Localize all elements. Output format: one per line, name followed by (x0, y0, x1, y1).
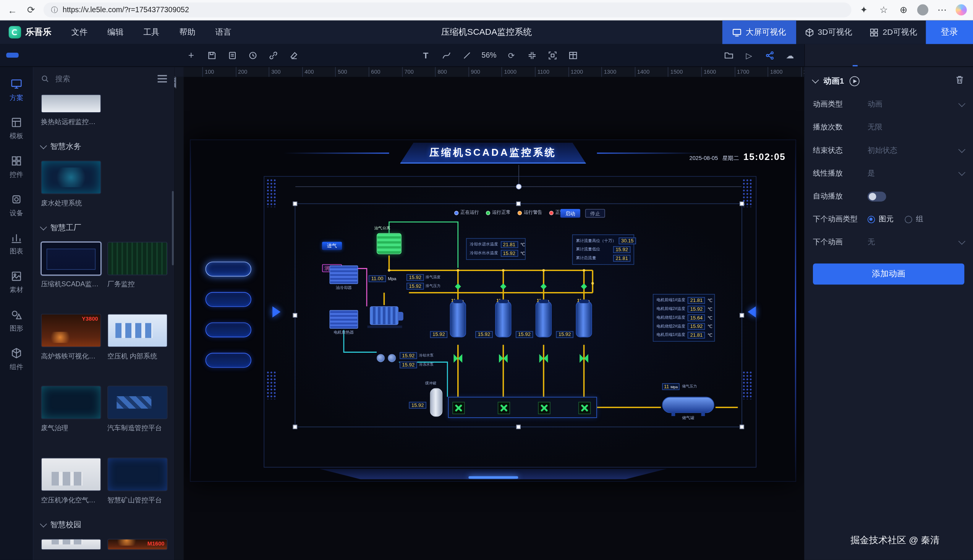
favorite-star-icon[interactable]: ☆ (878, 4, 890, 15)
menu-item[interactable]: 文件 (72, 27, 87, 38)
select-chevron-icon[interactable] (958, 237, 965, 244)
motor[interactable] (370, 306, 398, 325)
url-bar[interactable]: ⓘ https://v.le5le.com/?r=1754377309052 (43, 2, 851, 17)
selection-handle[interactable] (516, 202, 520, 206)
library-item[interactable]: 废气治理 (41, 385, 101, 433)
share-icon[interactable] (764, 50, 775, 61)
buffer-tank[interactable] (430, 388, 442, 417)
rail-item-assets[interactable]: 素材 (0, 263, 33, 302)
text-icon[interactable]: T (420, 50, 431, 61)
library-item[interactable]: 压缩机SCADA监… (41, 242, 101, 289)
back-icon[interactable]: ← (6, 5, 18, 15)
motor-radiator[interactable] (330, 310, 358, 329)
site-info-icon[interactable]: ⓘ (51, 5, 58, 15)
property-tab[interactable] (853, 44, 858, 66)
property-tab[interactable] (819, 44, 824, 66)
tank-group[interactable]: 11Mpa 15.92 (576, 301, 593, 337)
play-animation-icon[interactable] (849, 76, 859, 86)
library-item[interactable]: 汽车制造管控平台 (107, 385, 168, 433)
start-button[interactable]: 启动 (560, 209, 580, 218)
zoom-level[interactable]: 56% (482, 51, 497, 60)
library-item[interactable] (41, 539, 101, 550)
compress-icon[interactable] (527, 50, 538, 61)
clipboard-icon[interactable] (227, 50, 237, 61)
search-sparkle-icon[interactable]: ✦ (858, 4, 870, 15)
rail-item-widgets[interactable]: 控件 (0, 148, 33, 186)
selection-handle[interactable] (740, 425, 744, 429)
dashboard-menu-button[interactable] (206, 262, 251, 277)
radio-option[interactable]: 图元 (868, 214, 894, 225)
property-tab[interactable] (886, 44, 891, 66)
menu-item[interactable]: 帮助 (179, 27, 195, 38)
property-tab[interactable] (920, 44, 925, 66)
eraser-icon[interactable] (288, 50, 299, 61)
collapse-chevron-icon[interactable] (812, 77, 819, 83)
add-icon[interactable]: + (186, 50, 197, 61)
connect-icon[interactable] (267, 50, 279, 61)
library-item[interactable]: 智慧矿山管控平台 (107, 458, 168, 505)
copilot-icon[interactable] (956, 4, 967, 15)
oil-gas-separator[interactable] (377, 233, 401, 254)
property-tab[interactable] (953, 44, 958, 66)
menu-item[interactable]: 编辑 (107, 27, 124, 38)
dashboard-menu-button[interactable] (206, 292, 251, 307)
preview-icon[interactable]: ▷ (743, 50, 754, 61)
library-item[interactable]: 换热站远程监控… (41, 94, 101, 127)
library-item[interactable]: 空压机 内部系统 (107, 314, 168, 361)
selection-handle[interactable] (740, 313, 744, 317)
library-item[interactable]: 空压机净化空气… (41, 458, 101, 505)
rail-item-devices[interactable]: 设备 (0, 186, 33, 225)
tank-group[interactable]: 11Mpa 15.92 (536, 301, 553, 337)
selection-handle[interactable] (740, 202, 744, 206)
pump-icons[interactable] (377, 352, 396, 362)
brand[interactable]: 乐吾乐 (0, 26, 63, 38)
radio-option[interactable]: 组 (904, 214, 923, 225)
section-campus[interactable]: 智慧校园 (41, 520, 167, 530)
resource-tab[interactable] (32, 53, 44, 58)
resource-tab[interactable] (84, 53, 97, 58)
dashboard-menu-button[interactable] (206, 323, 251, 337)
pen-curve-icon[interactable] (440, 50, 451, 61)
oil-cooler[interactable] (330, 265, 358, 284)
rail-item-charts[interactable]: 图表 (0, 225, 33, 263)
login-button[interactable]: 登录 (926, 21, 973, 44)
history-icon[interactable] (247, 50, 258, 61)
big-screen-button[interactable]: 大屏可视化 (722, 21, 796, 44)
select-chevron-icon[interactable] (958, 169, 965, 176)
library-item[interactable]: 废水处理系统 (41, 161, 101, 208)
library-item[interactable]: M1600 (107, 539, 168, 550)
folder-icon[interactable] (723, 50, 734, 61)
menu-item[interactable]: 工具 (143, 27, 159, 38)
rail-item-graphics[interactable]: 图形 (0, 301, 33, 340)
refresh-zoom-icon[interactable]: ⟳ (506, 50, 517, 61)
add-animation-button[interactable]: 添加动画 (813, 263, 964, 284)
delete-animation-icon[interactable] (955, 75, 964, 87)
viz2d-button[interactable]: 2D可视化 (861, 27, 926, 38)
line-icon[interactable] (461, 50, 472, 61)
cloud-icon[interactable]: ☁ (784, 50, 795, 61)
rail-item-template[interactable]: 模板 (0, 109, 33, 148)
save-icon[interactable] (206, 50, 217, 61)
design-canvas[interactable]: 压缩机SCADA监控系统 2025-08-05 星期二 15:02:05 (184, 77, 804, 560)
collections-icon[interactable]: ⊕ (897, 4, 909, 15)
tank-group[interactable]: 11Mpa 15.92 (495, 301, 512, 337)
section-factory[interactable]: 智慧工厂 (41, 223, 167, 233)
profile-avatar[interactable] (917, 4, 928, 15)
inlet-button[interactable]: 进气 (322, 242, 342, 250)
gas-storage-tank[interactable] (662, 397, 714, 413)
library-scrollbar[interactable] (172, 191, 174, 265)
select-chevron-icon[interactable] (958, 145, 965, 152)
library-item[interactable]: Y3800 高炉炼铁可视化… (41, 314, 101, 361)
rail-item-plan[interactable]: 方案 (0, 71, 33, 109)
library-item[interactable]: 厂务监控 (107, 242, 168, 289)
selection-handle[interactable] (293, 313, 297, 317)
search-input[interactable] (54, 74, 152, 83)
auto-play-toggle[interactable] (868, 191, 886, 201)
table-icon[interactable] (567, 50, 578, 61)
dashboard-menu-button[interactable] (206, 353, 251, 368)
resource-tab[interactable] (59, 53, 71, 58)
stop-button[interactable]: 停止 (585, 209, 605, 218)
select-chevron-icon[interactable] (958, 100, 965, 107)
menu-item[interactable]: 语言 (216, 27, 231, 38)
frame-icon[interactable] (547, 50, 558, 61)
